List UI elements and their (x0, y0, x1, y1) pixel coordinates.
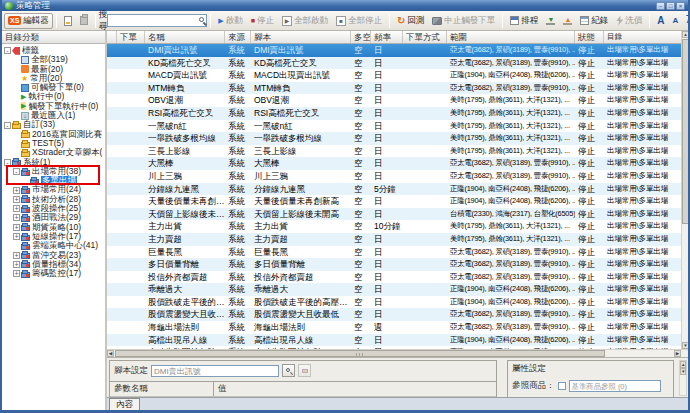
tree-item-trigger-running[interactable]: ▶ 觸發下單執行中(0) (2, 102, 105, 111)
tree-item-chip-monitor[interactable]: + 籌碼監控(17) (2, 269, 105, 278)
expand-toggle-icon[interactable] (13, 94, 20, 101)
horizontal-scrollbar[interactable]: ◀ ▶ (107, 349, 688, 357)
table-row[interactable]: 分鐘線九連黑 系統 分鐘線九連黑 空 5分鐘 正隆(1904), 南亞科(240… (107, 183, 681, 196)
start-all-button[interactable]: ▶ 全部啟動 (278, 13, 332, 29)
scroll-thumb[interactable] (115, 350, 605, 357)
tree-item-custom[interactable]: - 自訂(33) (2, 120, 105, 129)
col-source[interactable]: 來源 (225, 31, 251, 43)
script-name-field[interactable]: DMI賣出訊號 (151, 365, 279, 377)
reference-product-field[interactable]: 基準商品參照 (0) (569, 380, 661, 392)
table-row[interactable]: DMI賣出訊號 系統 DMI賣出訊號 空 日 亞太電(3682), 景碩(318… (107, 44, 681, 57)
table-row[interactable]: 主力出貨 系統 主力出貨 空 10分鐘 美時(1795), 鼎翰(3611), … (107, 220, 681, 233)
col-order-method[interactable]: 下單方式 (403, 31, 447, 43)
import-button[interactable]: ▼ (542, 14, 559, 27)
col-side[interactable]: 多空 (351, 31, 371, 43)
tree-item-exit-common[interactable]: - 出場常用(38) (2, 167, 105, 176)
font-default-button[interactable]: A (682, 14, 690, 27)
script-edit-button[interactable] (298, 364, 311, 377)
tab-content[interactable]: 內容 (109, 398, 140, 410)
expand-toggle-icon[interactable] (13, 112, 20, 119)
table-row[interactable]: 高檔出現吊人線 系統 高檔出現吊人線 空 日 正隆(1904), 南亞科(240… (107, 334, 681, 347)
col-order[interactable]: 下單 (117, 31, 145, 43)
expand-toggle-icon[interactable]: + (13, 205, 20, 212)
col-blank[interactable] (107, 31, 117, 43)
tree-item-long-exit[interactable]: 多單出場 (2, 176, 105, 185)
new-script-button[interactable] (60, 14, 76, 28)
expand-toggle-icon[interactable] (13, 242, 20, 249)
param-name-header[interactable]: 參數名稱 (110, 382, 214, 396)
schedule-button[interactable]: 排程 (506, 13, 542, 29)
search-icon[interactable] (199, 17, 204, 22)
flush-button[interactable]: 洗價 (612, 13, 646, 29)
tree-item-recent-import[interactable]: ↓ 最近匯入(1) (2, 111, 105, 120)
table-row[interactable]: 股價震盪變大且收最低 系統 股價震盪變大且收最低 空 日 亞太電(3682), … (107, 308, 681, 321)
reference-product-checkbox[interactable] (558, 382, 566, 390)
tree-item-latest[interactable]: 最新(20) (2, 65, 105, 74)
col-script[interactable]: 腳本 (251, 31, 351, 43)
table-row[interactable]: 投信外資都賣超 系統 投信外資都賣超 空 日 亞太電(3682), 景碩(318… (107, 271, 681, 284)
tree-item-cloud-center[interactable]: 雲端策略中心(41) (2, 241, 105, 250)
minimize-button[interactable]: – (656, 2, 665, 10)
expand-toggle-icon[interactable] (22, 177, 29, 184)
expand-toggle-icon[interactable]: + (13, 224, 20, 231)
tree-item-favorite[interactable]: ★ 常用(20) (2, 74, 105, 83)
scroll-right-icon[interactable]: ▶ (674, 350, 681, 357)
expand-toggle-icon[interactable]: - (4, 122, 11, 129)
table-row[interactable]: 多日價量背離 系統 多日價量背離 空 日 亞太電(3682), 景碩(3189)… (107, 258, 681, 271)
backtest-button[interactable]: ↻ 回測 (393, 13, 428, 29)
records-button[interactable]: 紀錄 (576, 13, 612, 29)
expand-toggle-icon[interactable]: + (13, 261, 20, 268)
tree-item-volume-price[interactable]: + 價量指標(34) (2, 260, 105, 269)
stop-all-button[interactable]: ■ 全部停止 (332, 13, 386, 29)
expand-toggle-icon[interactable] (13, 140, 20, 147)
xs-editor-button[interactable]: XS 編輯器 (4, 13, 53, 29)
expand-toggle-icon[interactable]: + (13, 187, 20, 194)
scroll-thumb[interactable] (682, 39, 688, 224)
table-row[interactable]: MTM轉負 系統 MTM轉負 空 日 亞太電(3682), 景碩(3189), … (107, 82, 681, 95)
expand-toggle-icon[interactable]: + (13, 252, 20, 259)
table-row[interactable]: 一黑破n紅 系統 一黑破n紅 空 日 美時(1795), 鼎翰(3611), 大… (107, 120, 681, 133)
maximize-button[interactable]: □ (666, 2, 675, 10)
table-row[interactable]: 股價跌破走平後的高壓電線 系統 股價跌破走平後的高壓電線 空 日 正隆(1904… (107, 296, 681, 309)
tree-item-market-common[interactable]: + 市場常用(24) (2, 185, 105, 194)
panel-scrollbar[interactable]: ▲ ▼ (679, 360, 687, 396)
table-row[interactable]: 大黑棒 系統 大黑棒 空 日 亞太電(3682), 景碩(3189), 豐泰(9… (107, 157, 681, 170)
table-row[interactable]: 主力賣超 系統 主力賣超 空 日 美時(1795), 鼎翰(3611), 大洋(… (107, 233, 681, 246)
tree-item-futures[interactable]: + 期貨策略(10) (2, 223, 105, 232)
expand-toggle-icon[interactable] (13, 103, 20, 110)
table-row[interactable]: MACD賣出訊號 系統 MACD出現賣出訊號 空 日 正隆(1904), 南亞科… (107, 69, 681, 82)
tree-item-triggerable[interactable]: 可觸發下單(0) (2, 83, 105, 92)
tree-item-system[interactable]: - 系統(1) (2, 158, 105, 167)
tree-item-custom-xstrader[interactable]: XStrader文章腳本( (2, 148, 105, 157)
tree-item-tech-analysis[interactable]: + 技術分析(28) (2, 195, 105, 204)
col-freq[interactable]: 頻率 (371, 31, 403, 43)
expand-toggle-icon[interactable]: - (4, 47, 11, 54)
script-search-button[interactable] (282, 364, 295, 377)
scroll-down-icon[interactable]: ▼ (682, 342, 688, 349)
table-row[interactable]: 天量後價量未再創新高 系統 天量後價量未再創新高 空 日 正隆(1904), 南… (107, 195, 681, 208)
table-row[interactable]: 三長上影線 系統 三長上影線 空 日 美時(1795), 鼎翰(3611), 大… (107, 145, 681, 158)
table-row[interactable]: 一舉跌破多根均線 系統 一舉跌破多根均線 空 日 美時(1795), 鼎翰(36… (107, 132, 681, 145)
tree-item-short-term[interactable]: + 短線操作(17) (2, 232, 105, 241)
scroll-up-icon[interactable]: ▲ (682, 31, 688, 38)
table-row[interactable]: 巨量長黑 系統 巨量長黑 空 日 亞太電(3682), 景碩(3189), 豐泰… (107, 246, 681, 259)
expand-toggle-icon[interactable] (13, 66, 20, 73)
col-range[interactable]: 範圍 (447, 31, 575, 43)
tree-item-custom-2016[interactable]: 2016嘉實回測比賽 (2, 130, 105, 139)
tree-item-custom-test[interactable]: TEST(5) (2, 139, 105, 148)
expand-toggle-icon[interactable]: + (13, 196, 20, 203)
tree-item-day-trade[interactable]: + 當沖交易(23) (2, 251, 105, 260)
font-increase-button[interactable]: A (653, 13, 668, 28)
col-directory[interactable]: 目錄 (604, 31, 681, 43)
delete-button[interactable] (76, 14, 92, 27)
table-row[interactable]: KD高檔死亡交叉 系統 KD高檔死亡交叉 空 日 亞太電(3682), 景碩(3… (107, 57, 681, 70)
param-value-header[interactable]: 值 (214, 382, 496, 396)
col-status[interactable]: 狀態 (575, 31, 604, 43)
start-button[interactable]: ▶ 啟動 (214, 13, 246, 29)
tree-item-swing[interactable]: + 波段操作(25) (2, 204, 105, 213)
export-button[interactable]: ▲ (559, 14, 576, 27)
stop-button[interactable]: ■ 停止 (247, 13, 278, 29)
table-row[interactable]: 天價留上影線後未開高 系統 天價留上影線後未開高 空 日 台積電(2330), … (107, 208, 681, 221)
expand-toggle-icon[interactable]: + (13, 270, 20, 277)
search-input[interactable] (107, 14, 207, 27)
